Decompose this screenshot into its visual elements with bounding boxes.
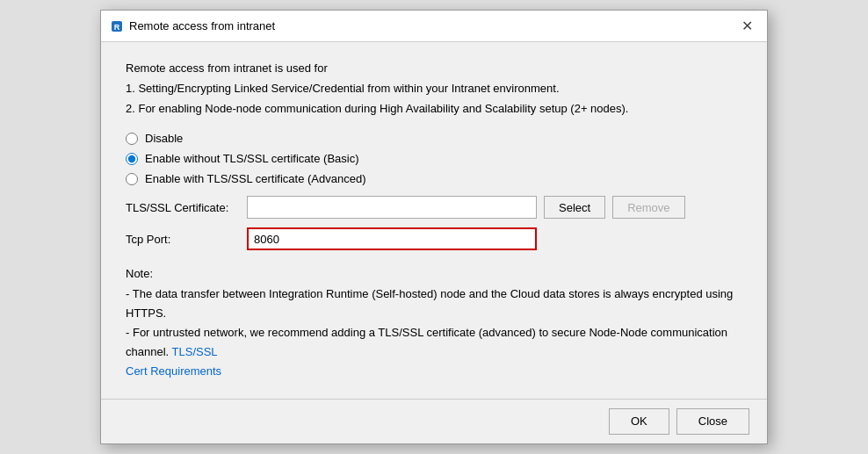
note-line1: - The data transfer between Integration … (126, 287, 733, 320)
ok-button[interactable]: OK (609, 408, 669, 435)
radio-enable-basic-label: Enable without TLS/SSL certificate (Basi… (145, 152, 359, 165)
dialog-footer: OK Close (101, 399, 767, 443)
close-button[interactable]: Close (676, 408, 749, 435)
note-title: Note: (126, 267, 153, 280)
cert-row: TLS/SSL Certificate: Select Remove (126, 196, 742, 219)
port-row: Tcp Port: (126, 227, 742, 250)
svg-text:R: R (114, 23, 120, 32)
port-input[interactable] (247, 227, 537, 250)
title-bar: R Remote access from intranet ✕ (101, 11, 767, 42)
port-label: Tcp Port: (126, 233, 240, 246)
dialog-icon: R (110, 19, 124, 33)
radio-enable-advanced-label: Enable with TLS/SSL certificate (Advance… (145, 172, 365, 185)
tls-ssl-link[interactable]: TLS/SSL (172, 345, 218, 358)
cert-input[interactable] (247, 196, 537, 219)
intro-line1: 1. Setting/Encrypting Linked Service/Cre… (126, 80, 742, 98)
dialog-title: Remote access from intranet (129, 19, 275, 32)
close-title-button[interactable]: ✕ (736, 18, 758, 35)
radio-enable-advanced-input[interactable] (126, 173, 138, 185)
radio-enable-basic-input[interactable] (126, 153, 138, 165)
radio-enable-advanced[interactable]: Enable with TLS/SSL certificate (Advance… (126, 172, 742, 185)
remove-button[interactable]: Remove (612, 196, 684, 219)
intro-line2: 2. For enabling Node-node communication … (126, 100, 742, 119)
cert-requirements-link[interactable]: Cert Requirements (126, 364, 221, 378)
title-bar-left: R Remote access from intranet (110, 19, 275, 33)
intro-line0: Remote access from intranet is used for (126, 60, 742, 78)
radio-disable-label: Disable (145, 132, 183, 145)
intro-section: Remote access from intranet is used for … (126, 60, 742, 118)
radio-disable-input[interactable] (126, 133, 138, 145)
select-button[interactable]: Select (544, 196, 605, 219)
dialog-body: Remote access from intranet is used for … (101, 42, 767, 399)
dialog: R Remote access from intranet ✕ Remote a… (100, 10, 768, 444)
radio-group: Disable Enable without TLS/SSL certifica… (126, 132, 742, 185)
note-section: Note: - The data transfer between Integr… (126, 264, 742, 381)
radio-disable[interactable]: Disable (126, 132, 742, 145)
radio-enable-basic[interactable]: Enable without TLS/SSL certificate (Basi… (126, 152, 742, 165)
cert-label: TLS/SSL Certificate: (126, 201, 240, 214)
